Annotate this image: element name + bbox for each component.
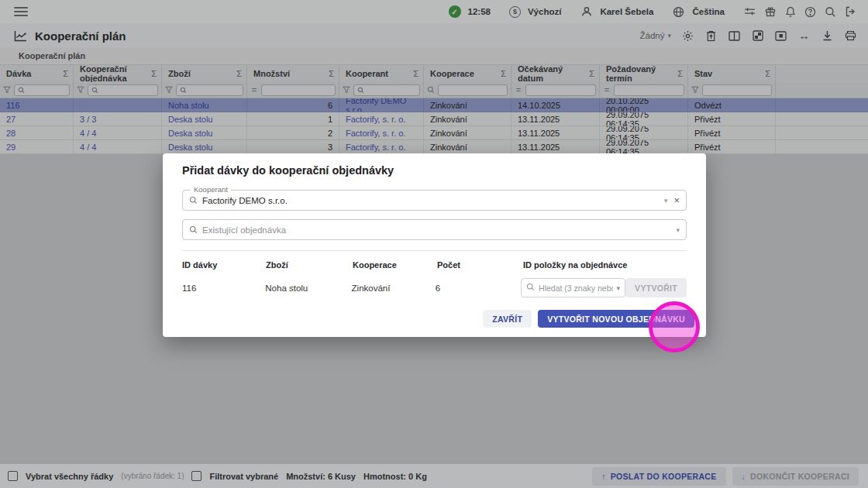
existing-order-select[interactable]: Existující objednávka ▾ bbox=[182, 219, 687, 240]
dialog-title: Přidat dávky do kooperační objednávky bbox=[174, 164, 694, 177]
existing-order-placeholder: Existující objednávka bbox=[202, 225, 671, 235]
kooperant-field-label: Kooperant bbox=[191, 185, 231, 194]
dialog-col-kooperace: Kooperace bbox=[353, 260, 437, 270]
chevron-down-icon[interactable]: ▾ bbox=[676, 226, 680, 234]
dialog-col-pocet: Počet bbox=[437, 260, 523, 270]
divider bbox=[182, 250, 687, 251]
clear-icon[interactable]: × bbox=[672, 194, 680, 206]
kooperant-field-value: Factorify DEMO s.r.o. bbox=[202, 196, 660, 205]
dialog-cell-pocet: 6 bbox=[436, 284, 521, 293]
create-button[interactable]: VYTVOŘIT bbox=[625, 278, 687, 297]
dialog-col-zbozi: Zboží bbox=[266, 260, 353, 270]
dialog-cell-id: 116 bbox=[182, 284, 265, 293]
search-icon bbox=[189, 196, 198, 204]
order-item-search-select[interactable]: Hledat (3 znaky nebo více) ▾ bbox=[521, 278, 625, 297]
search-icon bbox=[189, 225, 198, 234]
chevron-down-icon: ▾ bbox=[617, 284, 621, 292]
order-item-search-placeholder: Hledat (3 znaky nebo více) bbox=[539, 284, 612, 293]
dialog-col-id-polozky: ID položky na objednávce bbox=[523, 260, 687, 270]
dialog-batch-table: ID dávky Zboží Kooperace Počet ID položk… bbox=[182, 259, 687, 297]
search-icon bbox=[526, 283, 535, 293]
app-window: ✓ 12:58 $ Výchozí Karel Šebela Čeština bbox=[0, 0, 868, 488]
chevron-down-icon[interactable]: ▾ bbox=[664, 197, 668, 204]
close-button[interactable]: ZAVŘÍT bbox=[483, 310, 532, 328]
create-new-order-button[interactable]: VYTVOŘIT NOVOU OBJEDNÁVKU bbox=[538, 310, 694, 328]
dialog-cell-zbozi: Noha stolu bbox=[265, 284, 351, 293]
kooperant-select[interactable]: Kooperant Factorify DEMO s.r.o. ▾ × bbox=[182, 190, 687, 211]
dialog-batch-row: 116 Noha stolu Zinkování 6 Hledat (3 zna… bbox=[182, 278, 687, 297]
add-batches-dialog: Přidat dávky do kooperační objednávky Ko… bbox=[163, 153, 706, 337]
dialog-col-id-davky: ID dávky bbox=[182, 260, 266, 270]
dialog-cell-kooperace: Zinkování bbox=[352, 284, 436, 293]
